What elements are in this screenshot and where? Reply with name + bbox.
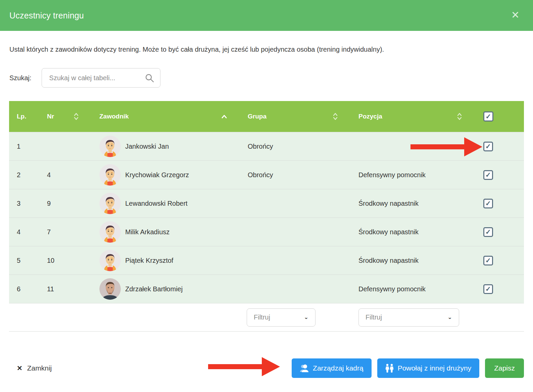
column-header-player[interactable]: Zawodnik <box>90 101 238 132</box>
row-checkbox[interactable] <box>483 227 493 237</box>
column-header-lp[interactable]: Lp. <box>9 101 39 132</box>
row-nr: 4 <box>39 171 90 179</box>
manage-squad-button[interactable]: Zarządzaj kadrą <box>292 358 372 378</box>
row-position: Defensywny pomocnik <box>349 171 473 179</box>
close-modal-button[interactable]: ✕ Zamknij <box>17 364 52 372</box>
row-checkbox[interactable] <box>483 256 493 265</box>
search-row: Szukaj: <box>9 68 524 88</box>
position-filter-label: Filtruj <box>366 313 382 321</box>
table-header: Lp. Nr Zawodnik Grupa Pozycja <box>9 101 524 132</box>
player-cell: Zdrzałek Bartłomiej <box>90 278 238 300</box>
row-lp: 4 <box>9 228 39 236</box>
column-header-position[interactable]: Pozycja <box>349 101 473 132</box>
table-row: 2 4 Krychowiak Grzegorz Obrońcy Defensyw… <box>9 160 524 189</box>
position-filter-dropdown[interactable]: Filtruj ⌄ <box>358 308 459 327</box>
row-lp: 2 <box>9 171 39 179</box>
sort-icon[interactable] <box>333 113 349 120</box>
table-row: 3 9 Lewandowski Robert Środkowy napastni… <box>9 189 524 217</box>
player-cell: Lewandowski Robert <box>90 193 238 214</box>
close-icon[interactable]: ✕ <box>511 10 520 20</box>
table-row: 1 Jankowski Jan Obrońcy <box>9 132 524 160</box>
modal-footer: ✕ Zamknij Zarządzaj kadrą Powołaj z inne… <box>9 358 524 378</box>
player-cell: Piątek Krzysztof <box>90 250 238 271</box>
row-nr: 7 <box>39 228 90 236</box>
select-all-cell <box>473 111 524 121</box>
row-lp: 1 <box>9 143 39 150</box>
save-label: Zapisz <box>494 364 515 372</box>
group-filter-label: Filtruj <box>254 313 270 321</box>
row-position: Środkowy napastnik <box>349 257 473 264</box>
row-lp: 3 <box>9 200 39 207</box>
row-position: Środkowy napastnik <box>349 228 473 236</box>
group-filter-dropdown[interactable]: Filtruj ⌄ <box>247 308 316 327</box>
row-nr: 9 <box>39 200 90 207</box>
player-cell: Milik Arkadiusz <box>90 221 238 243</box>
close-label: Zamknij <box>27 364 52 372</box>
player-name: Zdrzałek Bartłomiej <box>125 285 183 293</box>
column-header-nr[interactable]: Nr <box>39 101 90 132</box>
call-up-label: Powołaj z innej drużyny <box>398 364 471 372</box>
row-checkbox[interactable] <box>483 199 493 208</box>
row-nr: 10 <box>39 257 90 264</box>
row-position: Defensywny pomocnik <box>349 285 473 293</box>
table-row: 6 11 Zdrzałek Bartłomiej Defensywny pomo… <box>9 275 524 303</box>
row-lp: 5 <box>9 257 39 264</box>
player-avatar <box>99 221 121 243</box>
column-header-group[interactable]: Grupa <box>238 101 349 132</box>
player-avatar <box>99 164 121 186</box>
row-nr: 11 <box>39 285 90 293</box>
player-name: Milik Arkadiusz <box>125 228 169 236</box>
row-group: Obrońcy <box>238 143 349 150</box>
row-group: Obrońcy <box>238 171 349 179</box>
users-icon <box>300 364 309 373</box>
row-check-cell <box>473 256 524 265</box>
player-cell: Krychowiak Grzegorz <box>90 164 238 186</box>
row-check-cell <box>473 227 524 237</box>
search-input[interactable] <box>42 68 160 87</box>
modal-description: Ustal których z zawodników dotyczy treni… <box>9 46 524 53</box>
player-avatar <box>99 136 121 157</box>
table-row: 4 7 Milik Arkadiusz Środkowy napastnik <box>9 217 524 246</box>
team-icon <box>385 364 394 373</box>
row-lp: 6 <box>9 285 39 293</box>
player-name: Lewandowski Robert <box>125 200 188 207</box>
row-check-cell <box>473 170 524 180</box>
search-label: Szukaj: <box>9 74 32 82</box>
player-avatar <box>99 250 121 271</box>
search-icon <box>145 74 154 84</box>
modal-header: Uczestnicy treningu ✕ <box>0 0 533 31</box>
modal-title: Uczestnicy treningu <box>9 11 84 20</box>
row-check-cell <box>473 199 524 208</box>
row-position: Środkowy napastnik <box>349 200 473 207</box>
search-box <box>42 68 160 88</box>
row-check-cell <box>473 142 524 151</box>
sort-icon[interactable] <box>74 113 90 120</box>
player-name: Krychowiak Grzegorz <box>125 171 189 179</box>
sort-ascending-icon[interactable] <box>222 115 238 118</box>
chevron-down-icon: ⌄ <box>448 315 452 320</box>
player-cell: Jankowski Jan <box>90 136 238 157</box>
x-icon: ✕ <box>17 364 22 372</box>
player-avatar <box>99 193 121 214</box>
row-checkbox[interactable] <box>483 284 493 294</box>
select-all-checkbox[interactable] <box>483 111 493 121</box>
player-avatar <box>99 278 121 300</box>
row-check-cell <box>473 284 524 294</box>
filter-row: Filtruj ⌄ Filtruj ⌄ <box>9 303 524 332</box>
row-checkbox[interactable] <box>483 142 493 151</box>
table-row: 5 10 Piątek Krzysztof Środkowy napastnik <box>9 246 524 275</box>
row-checkbox[interactable] <box>483 170 493 180</box>
sort-icon[interactable] <box>457 113 473 120</box>
call-up-button[interactable]: Powołaj z innej drużyny <box>377 358 479 378</box>
save-button[interactable]: Zapisz <box>485 358 524 378</box>
player-name: Piątek Krzysztof <box>125 257 173 264</box>
participants-table: Lp. Nr Zawodnik Grupa Pozycja 1 Jankowsk… <box>9 101 524 332</box>
manage-squad-label: Zarządzaj kadrą <box>313 364 364 372</box>
chevron-down-icon: ⌄ <box>304 315 308 320</box>
player-name: Jankowski Jan <box>125 143 169 150</box>
